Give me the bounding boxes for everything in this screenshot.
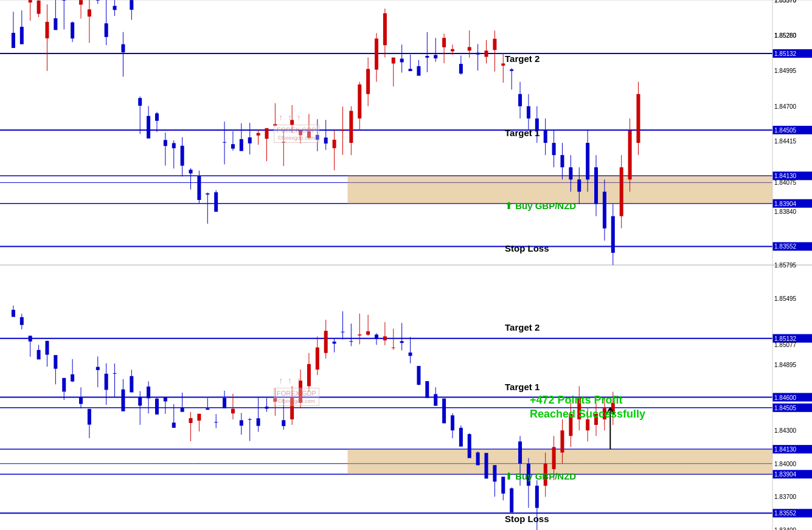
chart-container: Target 2 Target 1 ⬆ Buy GBP/NZD Stop Los… — [0, 0, 812, 530]
